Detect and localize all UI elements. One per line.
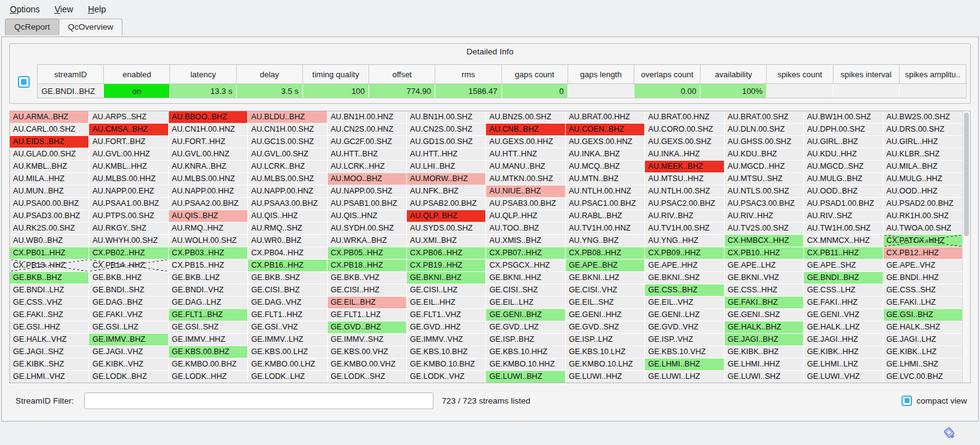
stream-cell[interactable]: AU.PSAA3.00.BHZ [248,198,326,210]
stream-cell[interactable]: GE.EIL..HHZ [407,297,485,308]
stream-cell[interactable]: AU.GC2F.00.SHZ [328,136,406,148]
stream-cell[interactable]: AU.MTSU..SHZ [725,173,803,185]
stream-cell[interactable]: AU.BLDU..BHZ [248,111,326,123]
stream-cell[interactable]: AU.NTLS.00.SHZ [725,185,803,197]
detail-column-header[interactable]: streamID [38,65,104,84]
stream-cell[interactable]: GE.IMMV..BHZ [89,334,168,345]
stream-cell[interactable]: GE.APE..SHZ [804,260,882,271]
stream-cell[interactable]: AU.KNRA..BHZ [169,161,247,172]
stream-cell[interactable]: GE.JAGI..SHZ [10,346,88,358]
stream-cell[interactable]: GE.KBS.00.VHZ [328,346,406,358]
stream-cell[interactable]: GE.CSS..BHZ [645,284,723,296]
stream-cell[interactable]: GE.HALK..LHZ [804,321,882,333]
stream-cell[interactable]: AU.NAPP.00.HNZ [248,185,326,197]
stream-cell[interactable]: AU.GVL.00.HHZ [89,148,168,160]
stream-cell[interactable]: GE.LUWI..HHZ [566,371,644,383]
detail-column-header[interactable]: overlaps count [634,65,701,84]
stream-cell[interactable]: AU.MLBS.00.SHZ [248,173,326,185]
stream-cell[interactable]: CX.PB06..HHZ [407,247,485,259]
stream-cell[interactable]: AU.HTT..HNZ [486,148,565,160]
stream-cell[interactable]: GE.KIBK..HHZ [804,346,882,358]
stream-cell[interactable]: GE.ISP..BHZ [486,334,565,345]
stream-cell[interactable]: CX.PSGCX..HHZ [486,260,565,271]
stream-cell[interactable]: GE.BKB..BHZ [10,272,88,284]
stream-cell[interactable]: AU.CN2S.00.SHZ [407,124,485,135]
stream-cell[interactable]: AU.KLBR..SHZ [884,148,962,160]
stream-cell[interactable]: AU.CN2S.00.HNZ [328,124,406,135]
stream-cell[interactable]: AU.GIRL..BHZ [804,136,882,148]
stream-cell[interactable]: GE.FAKI..SHZ [10,309,88,321]
stream-cell[interactable]: GE.BKB..SHZ [248,272,326,284]
stream-cell[interactable]: AU.BN1H.00.HNZ [328,111,406,123]
stream-cell[interactable]: GE.CSS..LHZ [804,284,882,296]
stream-cell[interactable]: GE.FLT1..HHZ [248,309,326,321]
stream-cell[interactable]: CX.PB05..HHZ [328,247,406,259]
stream-cell[interactable]: AU.CORO.00.SHZ [645,124,723,135]
stream-cell[interactable]: CX.PB10..HHZ [725,247,803,259]
stream-cell[interactable]: AU.WRKA..BHZ [328,235,406,247]
stream-cell[interactable]: AU.HTT..BHZ [328,148,406,160]
stream-cell[interactable]: GE.LUWI..LHZ [645,371,723,383]
stream-cell[interactable]: GE.HALK..BHZ [725,321,803,333]
stream-cell[interactable]: GE.CISI..BHZ [248,284,326,296]
detail-column-header[interactable]: delay [237,65,303,84]
stream-cell[interactable]: AU.QIS..HHZ [248,210,326,222]
stream-cell[interactable]: AU.PSAB2.00.BHZ [407,198,485,210]
stream-cell[interactable]: GE.KBS.10.LHZ [566,346,644,358]
stream-cell[interactable]: GE.LODK..HHZ [169,371,247,383]
stream-cell[interactable]: AU.WOLH.00.SHZ [169,235,247,247]
stream-cell[interactable]: AU.GVL.00.SHZ [248,148,326,160]
stream-cell[interactable]: GE.BKNI..BHZ [407,272,485,284]
stream-cell[interactable]: AU.MLBS.00.HNZ [169,173,247,185]
stream-cell[interactable]: GE.HALK..SHZ [884,321,962,333]
stream-cell[interactable]: CX.PB08..HHZ [566,247,644,259]
stream-cell[interactable]: AU.BBOO..BHZ [169,111,247,123]
stream-cell[interactable]: AU.MILA..HHZ [10,173,88,185]
stream-cell[interactable]: GE.GSI..VHZ [248,321,326,333]
stream-cell[interactable]: AU.LCRK..BHZ [248,161,326,172]
stream-cell[interactable]: AU.BRAT.00.HHZ [566,111,644,123]
stream-cell[interactable]: AU.WR0..BHZ [248,235,326,247]
stream-cell[interactable]: GE.FAKI..BHZ [725,297,803,308]
tab-qcoverview[interactable]: QcOverview [59,19,123,35]
stream-cell[interactable]: AU.GEXS.00.HNZ [566,136,644,148]
stream-cell[interactable]: CX.PB04..HHZ [248,247,326,259]
stream-cell[interactable]: AU.OOD..HHZ [884,185,962,197]
stream-cell[interactable]: CX.PB02..HHZ [89,247,168,259]
stream-cell[interactable]: AU.GEXS.00.HHZ [486,136,565,148]
stream-cell[interactable]: AU.RABL..BHZ [566,210,644,222]
stream-cell[interactable]: AU.MLBS.00.HHZ [89,173,168,185]
stream-cell[interactable]: AU.QLP..HHZ [486,210,565,222]
stream-cell[interactable]: AU.PSAC2.00.BHZ [645,198,723,210]
detail-column-header[interactable]: spikes interval [833,65,900,84]
stream-cell[interactable]: GE.EIL..VHZ [645,297,723,308]
stream-cell[interactable]: GE.FLT1..VHZ [407,309,485,321]
menu-view[interactable]: View [47,2,80,17]
stream-cell[interactable]: AU.HTT..HHZ [407,148,485,160]
streamid-filter-input[interactable] [84,392,433,409]
stream-cell[interactable]: GE.LHMI..HHZ [725,358,803,370]
stream-cell[interactable]: GE.GENI..SHZ [725,309,803,321]
stream-cell[interactable]: GE.JAGI..LHZ [884,334,962,345]
stream-cell[interactable]: AU.TOO..BHZ [486,222,565,234]
stream-cell[interactable]: CX.PB11..HHZ [804,247,882,259]
stream-cell[interactable]: GE.CISI..LHZ [407,284,485,296]
stream-cell[interactable]: GE.LHMI..BHZ [645,358,723,370]
stream-cell[interactable]: GE.KIBK..LHZ [884,346,962,358]
stream-cell[interactable]: AU.GEXS.00.SHZ [645,136,723,148]
stream-cell[interactable]: GE.GSI..HHZ [10,321,88,333]
stream-cell[interactable]: AU.NAPP.00.EHZ [89,185,168,197]
stream-cell[interactable]: AU.GVL.00.HNZ [169,148,247,160]
stream-cell[interactable]: AU.QIS..HNZ [328,210,406,222]
stream-cell[interactable]: AU.TV2S.00.SHZ [725,222,803,234]
stream-cell[interactable]: AU.KDU..BHZ [725,148,803,160]
stream-cell[interactable]: GE.BKNI..LHZ [566,272,644,284]
stream-cell[interactable]: AU.COEN..BHZ [566,124,644,135]
stream-cell[interactable]: GE.LVC.00.BHZ [884,371,962,383]
stream-cell[interactable]: AU.GIRL..HHZ [884,136,962,148]
stream-cell[interactable]: GE.ISP..VHZ [645,334,723,345]
stream-cell[interactable]: AU.TWOA.00.SHZ [884,222,962,234]
stream-cell[interactable]: GE.APE..VHZ [884,260,962,271]
stream-cell[interactable]: AU.RK2S.00.SHZ [10,222,88,234]
detail-column-header[interactable]: gaps count [502,65,568,84]
